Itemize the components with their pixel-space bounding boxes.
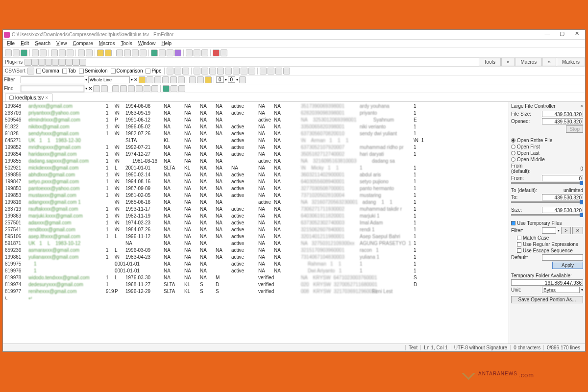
csv-semicolon[interactable]: Semicolon — [78, 68, 109, 74]
sidetab-macros[interactable]: Macros — [515, 58, 542, 66]
use-regex-checkbox[interactable]: Use Regular Expressions — [511, 242, 583, 247]
menu-window[interactable]: Window — [135, 40, 159, 48]
sort-icon[interactable] — [225, 68, 232, 74]
lfc-filter-input[interactable] — [542, 227, 556, 234]
menu-view[interactable]: View — [53, 40, 70, 48]
filter-icon[interactable] — [170, 76, 177, 83]
unit-select[interactable]: Bytes — [542, 287, 580, 293]
size-slider[interactable] — [511, 214, 583, 216]
sort-icon[interactable] — [260, 68, 267, 74]
tool-icon[interactable] — [174, 49, 181, 56]
sort-icon[interactable] — [283, 68, 290, 74]
tool-icon[interactable] — [124, 49, 131, 56]
menu-edit[interactable]: Edit — [18, 40, 32, 48]
tool-icon[interactable] — [167, 49, 173, 56]
find-opt-icon[interactable] — [171, 85, 177, 92]
tool-icon[interactable] — [116, 49, 123, 56]
minimize-button[interactable]: — — [540, 30, 555, 39]
csv-pipe[interactable]: Pipe — [145, 68, 162, 74]
plugin-icon[interactable] — [52, 59, 59, 66]
tool-icon[interactable] — [140, 49, 147, 56]
tool-icon[interactable] — [151, 49, 158, 56]
menu-file[interactable]: FFileile — [4, 40, 18, 48]
use-temp-checkbox[interactable]: Use Temporary Files — [511, 220, 583, 226]
sort-icon[interactable] — [209, 68, 216, 74]
sidetab-markers[interactable]: Markers — [557, 58, 585, 66]
filter-go-button[interactable]: > — [561, 227, 571, 234]
filter-input[interactable] — [21, 76, 84, 83]
find-opt-icon[interactable] — [163, 85, 170, 92]
csv-icon[interactable] — [27, 68, 34, 74]
save-portion-button[interactable]: Save Opened Portion As... — [511, 296, 583, 303]
menu-compare[interactable]: Compare — [70, 40, 96, 48]
find-opt-icon[interactable] — [151, 85, 158, 92]
stop-button[interactable]: Stop — [566, 125, 583, 133]
find-opt-icon[interactable] — [120, 85, 127, 92]
tool-icon[interactable] — [186, 49, 193, 56]
sort-icon[interactable] — [194, 68, 200, 74]
menu-help[interactable]: Help — [158, 40, 174, 48]
sort-icon[interactable] — [248, 68, 255, 74]
apply-button[interactable]: Apply — [552, 262, 583, 269]
find-opt-icon[interactable] — [136, 85, 143, 92]
find-opt-icon[interactable] — [178, 85, 185, 92]
tool-icon[interactable] — [159, 49, 166, 56]
open-icon[interactable] — [13, 49, 20, 56]
plugin-icon[interactable] — [79, 59, 86, 66]
csv-comma[interactable]: Comma — [35, 68, 60, 74]
filter-icon[interactable] — [197, 76, 204, 83]
filter-icon[interactable] — [162, 76, 169, 83]
find-clear-icon[interactable]: ✕ — [88, 86, 92, 91]
plugin-icon[interactable] — [66, 59, 73, 66]
size-input[interactable]: 439.530.820 — [542, 207, 583, 213]
filter-icon[interactable] — [239, 76, 246, 83]
plugin-icon[interactable] — [24, 59, 31, 66]
from-input[interactable]: 0 — [542, 175, 583, 181]
sort-icon[interactable] — [275, 68, 282, 74]
filter-icon[interactable] — [139, 76, 146, 83]
filter-icon[interactable] — [154, 76, 161, 83]
maximize-button[interactable]: ▢ — [555, 30, 569, 39]
replace-icon[interactable] — [105, 49, 112, 56]
sort-icon[interactable] — [217, 68, 224, 74]
cut-icon[interactable] — [51, 49, 58, 56]
to-slider[interactable] — [511, 201, 583, 203]
plugin-icon[interactable] — [45, 59, 52, 66]
arrow-icon[interactable]: » — [501, 58, 515, 66]
filter-icon[interactable] — [189, 76, 196, 83]
save-icon[interactable] — [21, 49, 27, 56]
plugin-icon[interactable] — [38, 59, 45, 66]
text-editor[interactable]: 199848ardyxxx@gmail.com1\N1994-06-06NANA… — [3, 102, 509, 343]
default-input[interactable] — [542, 254, 583, 261]
filter-clear-icon[interactable]: ✕ — [134, 77, 138, 82]
sort-icon[interactable] — [201, 68, 208, 74]
titlebar[interactable]: C:\Users\xxxx\Downloads\Compressed\kredi… — [3, 30, 585, 40]
menu-tools[interactable]: Tools — [118, 40, 135, 48]
find-opt-icon[interactable] — [128, 85, 135, 92]
find-prev-icon[interactable] — [93, 85, 100, 92]
tool-icon[interactable] — [194, 49, 200, 56]
tool-icon[interactable] — [201, 49, 208, 56]
record-icon[interactable] — [213, 49, 220, 56]
menu-search[interactable]: Search — [32, 40, 53, 48]
arrow-icon[interactable]: » — [542, 58, 556, 66]
sort-icon[interactable] — [268, 68, 274, 74]
sort-icon[interactable] — [233, 68, 240, 74]
tab-kreditplus[interactable]: kreditplus.tsv × — [5, 94, 52, 101]
find-input[interactable] — [21, 85, 84, 92]
sidetab-tools[interactable]: Tools — [479, 58, 501, 66]
menu-macros[interactable]: Macros — [96, 40, 118, 48]
filter-icon[interactable] — [147, 76, 153, 83]
panel-close-icon[interactable]: × — [580, 103, 583, 109]
sort-icon[interactable] — [167, 68, 173, 74]
redo-icon[interactable] — [86, 49, 93, 56]
open-first-radio[interactable]: Open First — [511, 144, 583, 149]
open-last-radio[interactable]: Open Last — [511, 150, 583, 156]
close-button[interactable]: ✕ — [569, 30, 584, 39]
csv-tab[interactable]: Tab — [61, 68, 77, 74]
plugin-icon[interactable] — [31, 59, 38, 66]
match-case-checkbox[interactable]: Match Case — [511, 235, 583, 241]
copy-icon[interactable] — [59, 49, 66, 56]
open-middle-radio[interactable]: Open Middle — [511, 157, 583, 162]
sort-icon[interactable] — [174, 68, 181, 74]
